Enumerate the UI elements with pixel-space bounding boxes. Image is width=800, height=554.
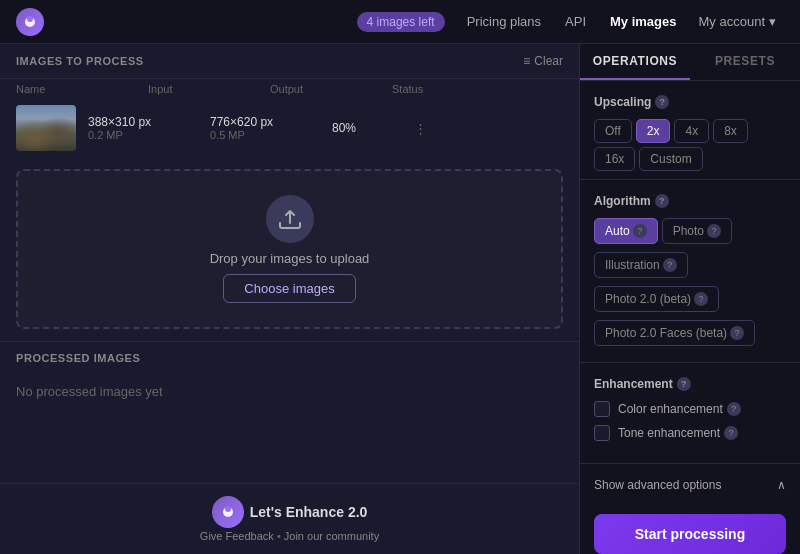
- col-name: Name: [16, 83, 136, 95]
- images-section-title: IMAGES TO PROCESS: [16, 55, 144, 67]
- chevron-down-icon: ▾: [769, 14, 776, 29]
- processed-empty-label: No processed images yet: [16, 372, 563, 411]
- algorithm-title: Algorithm ?: [594, 194, 786, 208]
- output-megapixels: 0.5 MP: [210, 129, 320, 141]
- upscale-8x-button[interactable]: 8x: [713, 119, 748, 143]
- algorithm-section: Algorithm ? Auto ? Photo ? Illustration …: [580, 180, 800, 363]
- algorithm-info-icon[interactable]: ?: [655, 194, 669, 208]
- brand-icon: [212, 496, 244, 528]
- algorithm-row-2: Illustration ? Photo 2.0 (beta) ?: [594, 252, 786, 316]
- upscaling-info-icon[interactable]: ?: [655, 95, 669, 109]
- brand-name: Let's Enhance 2.0: [250, 504, 368, 520]
- algo-illustration-button[interactable]: Illustration ?: [594, 252, 688, 278]
- right-panel: OPERATIONS PRESETS Upscaling ? Off 2x 4x…: [580, 44, 800, 554]
- photo2faces-info-icon[interactable]: ?: [730, 326, 744, 340]
- advanced-toggle-button[interactable]: Show advanced options ∧: [594, 478, 786, 492]
- choose-images-button[interactable]: Choose images: [223, 274, 355, 303]
- drop-zone[interactable]: Drop your images to upload Choose images: [16, 169, 563, 329]
- tab-presets[interactable]: PRESETS: [690, 44, 800, 80]
- community-link[interactable]: Join our community: [284, 530, 379, 542]
- upscaling-section: Upscaling ? Off 2x 4x 8x 16x Custom: [580, 81, 800, 180]
- thumbnail-image: [16, 105, 76, 151]
- main-layout: IMAGES TO PROCESS ≡ Clear Name Input Out…: [0, 44, 800, 554]
- start-processing-button[interactable]: Start processing: [594, 514, 786, 554]
- col-input: Input: [148, 83, 258, 95]
- upscale-off-button[interactable]: Off: [594, 119, 632, 143]
- file-menu-button[interactable]: ⋮: [414, 121, 427, 136]
- chevron-up-icon: ∧: [777, 478, 786, 492]
- my-images-link[interactable]: My images: [600, 10, 686, 33]
- file-input-info: 388×310 px 0.2 MP: [88, 115, 198, 141]
- photo-info-icon[interactable]: ?: [707, 224, 721, 238]
- upload-icon: [266, 195, 314, 243]
- color-enhancement-label: Color enhancement ?: [618, 402, 741, 416]
- file-status: 80%: [332, 121, 402, 135]
- algo-photo-button[interactable]: Photo ?: [662, 218, 732, 244]
- color-enhancement-checkbox[interactable]: [594, 401, 610, 417]
- images-left-badge: 4 images left: [357, 12, 445, 32]
- processed-section: PROCESSED IMAGES No processed images yet: [0, 341, 579, 483]
- tone-enhancement-row: Tone enhancement ?: [594, 425, 786, 441]
- my-account-menu[interactable]: My account ▾: [691, 10, 784, 33]
- enhancement-section: Enhancement ? Color enhancement ? Tone e…: [580, 363, 800, 464]
- illus-info-icon[interactable]: ?: [663, 258, 677, 272]
- col-output: Output: [270, 83, 380, 95]
- tone-enh-info-icon[interactable]: ?: [724, 426, 738, 440]
- file-thumbnail: [16, 105, 76, 151]
- algorithm-row-1: Auto ? Photo ?: [594, 218, 786, 248]
- panel-tabs: OPERATIONS PRESETS: [580, 44, 800, 81]
- enhancement-title: Enhancement ?: [594, 377, 786, 391]
- status-value: 80%: [332, 121, 402, 135]
- input-megapixels: 0.2 MP: [88, 129, 198, 141]
- algo-photo2-button[interactable]: Photo 2.0 (beta) ?: [594, 286, 719, 312]
- left-panel: IMAGES TO PROCESS ≡ Clear Name Input Out…: [0, 44, 580, 554]
- pricing-plans-link[interactable]: Pricing plans: [457, 10, 551, 33]
- file-output-info: 776×620 px 0.5 MP: [210, 115, 320, 141]
- clear-icon: ≡: [523, 54, 530, 68]
- upscaling-title: Upscaling ?: [594, 95, 786, 109]
- tone-enhancement-label: Tone enhancement ?: [618, 426, 738, 440]
- brand-logo: Let's Enhance 2.0: [212, 496, 368, 528]
- algo-auto-button[interactable]: Auto ?: [594, 218, 658, 244]
- output-dimensions: 776×620 px: [210, 115, 320, 129]
- upscale-custom-button[interactable]: Custom: [639, 147, 702, 171]
- tab-operations[interactable]: OPERATIONS: [580, 44, 690, 80]
- input-dimensions: 388×310 px: [88, 115, 198, 129]
- col-status: Status: [392, 83, 462, 95]
- upscale-16x-button[interactable]: 16x: [594, 147, 635, 171]
- top-nav: 4 images left Pricing plans API My image…: [0, 0, 800, 44]
- clear-button[interactable]: ≡ Clear: [523, 54, 563, 68]
- column-headers: Name Input Output Status: [0, 79, 579, 99]
- advanced-section: Show advanced options ∧: [580, 464, 800, 506]
- enhancement-info-icon[interactable]: ?: [677, 377, 691, 391]
- tone-enhancement-checkbox[interactable]: [594, 425, 610, 441]
- start-btn-container: Start processing: [580, 506, 800, 554]
- algo-photo2faces-button[interactable]: Photo 2.0 Faces (beta) ?: [594, 320, 755, 346]
- photo2-info-icon[interactable]: ?: [694, 292, 708, 306]
- svg-point-1: [27, 16, 33, 22]
- svg-point-3: [225, 506, 231, 512]
- upscaling-options: Off 2x 4x 8x 16x Custom: [594, 119, 786, 171]
- upscale-2x-button[interactable]: 2x: [636, 119, 671, 143]
- bottom-bar: Let's Enhance 2.0 Give Feedback • Join o…: [0, 483, 579, 554]
- feedback-link[interactable]: Give Feedback: [200, 530, 274, 542]
- drop-text: Drop your images to upload: [210, 251, 370, 266]
- nav-links: 4 images left Pricing plans API My image…: [357, 10, 784, 33]
- footer-links: Give Feedback • Join our community: [200, 530, 379, 542]
- table-row: 388×310 px 0.2 MP 776×620 px 0.5 MP 80% …: [0, 99, 579, 157]
- algorithm-row-3: Photo 2.0 Faces (beta) ?: [594, 320, 786, 350]
- processed-section-title: PROCESSED IMAGES: [16, 352, 563, 364]
- color-enhancement-row: Color enhancement ?: [594, 401, 786, 417]
- color-enh-info-icon[interactable]: ?: [727, 402, 741, 416]
- images-to-process-header: IMAGES TO PROCESS ≡ Clear: [0, 44, 579, 79]
- api-link[interactable]: API: [555, 10, 596, 33]
- upscale-4x-button[interactable]: 4x: [674, 119, 709, 143]
- logo[interactable]: [16, 8, 44, 36]
- auto-info-icon[interactable]: ?: [633, 224, 647, 238]
